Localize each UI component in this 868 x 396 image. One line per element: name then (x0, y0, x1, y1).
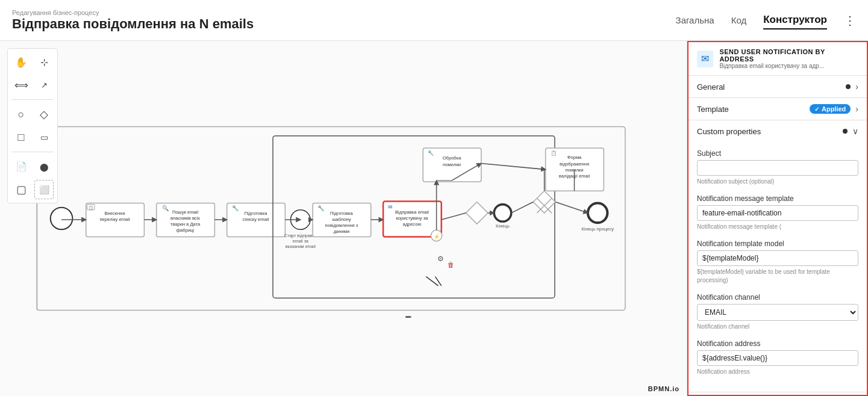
svg-text:✉: ✉ (388, 204, 393, 210)
header-left: Редагування бізнес-процесу Відправка пов… (12, 9, 254, 32)
svg-text:Відправка email: Відправка email (395, 209, 429, 215)
svg-text:Кінець процесу: Кінець процесу (581, 226, 614, 232)
message-template-label: Notification message template (697, 194, 858, 203)
svg-text:⚙: ⚙ (437, 255, 444, 263)
channel-desc: Notification channel (697, 323, 858, 331)
address-input[interactable] (697, 350, 858, 366)
template-model-field-group: Notification template model ${templateMo… (697, 240, 858, 285)
toolbar-divider-1 (11, 99, 54, 100)
svg-text:користувачу за: користувачу за (396, 215, 428, 221)
template-model-desc: ${templateModel} variable to be used for… (697, 268, 858, 285)
toolbar-row-5: 📄 ⬤ (11, 157, 54, 176)
message-template-field-group: Notification message template Notificati… (697, 194, 858, 231)
svg-text:власників всіх: власників всіх (170, 215, 200, 221)
diamond-tool[interactable]: ◇ (34, 105, 54, 124)
svg-text:переліку email: переліку email (99, 217, 130, 222)
channel-field-group: Notification channel EMAIL SMS PUSH Noti… (697, 293, 858, 331)
page-tool[interactable]: 📄 (11, 157, 31, 176)
right-panel: ✉ SEND USER NOTIFICATION BY ADDRESS Відп… (687, 41, 868, 396)
svg-text:Форма: Форма (567, 155, 582, 160)
address-field-group: Notification address Notification addres… (697, 339, 858, 376)
general-label: General (697, 82, 725, 91)
subject-desc: Notification subject (optional) (697, 178, 858, 186)
toolbar-row-3: ○ ◇ (11, 105, 54, 124)
hand-tool[interactable]: ✋ (11, 52, 31, 72)
bpmn-diagram[interactable]: Внесення переліку email 📋 Пошук email вл… (0, 41, 687, 396)
svg-text:Пошук email: Пошук email (172, 209, 199, 215)
rect2-tool[interactable]: ▭ (34, 128, 54, 147)
nav-code[interactable]: Код (731, 13, 747, 28)
svg-text:🗑: 🗑 (448, 261, 454, 268)
template-model-label: Notification template model (697, 240, 858, 248)
svg-text:шаблону: шаблону (332, 217, 351, 222)
nav-constructor[interactable]: Конструктор (763, 11, 827, 29)
custom-properties-dot (843, 129, 848, 134)
toolbar-row-6: ▢ ⬜ (11, 180, 54, 199)
dotted-tool[interactable]: ⬜ (34, 180, 54, 199)
bpmn-footer: BPMN.io (648, 385, 679, 392)
svg-text:Старт відправки: Старт відправки (284, 234, 316, 238)
svg-text:🔍: 🔍 (162, 205, 169, 212)
panel-title: SEND USER NOTIFICATION BY ADDRESS (719, 48, 858, 63)
cylinder-tool[interactable]: ⬤ (34, 157, 54, 176)
message-template-input[interactable] (697, 205, 858, 221)
connect-tool[interactable]: ↗ (34, 75, 54, 94)
select-tool[interactable]: ⊹ (34, 52, 54, 72)
panel-subtitle: Відправка email користувачу за адр... (719, 63, 858, 69)
svg-text:списку email: списку email (243, 217, 269, 222)
more-menu-button[interactable]: ⋮ (844, 13, 856, 28)
svg-text:⚡: ⚡ (434, 234, 440, 240)
template-section-header[interactable]: Template ✓ Applied › (688, 98, 867, 120)
toolbar-divider-2 (11, 152, 54, 152)
toolbar-row-1: ✋ ⊹ (11, 52, 54, 72)
general-section-right: › (846, 82, 858, 91)
panel-header: ✉ SEND USER NOTIFICATION BY ADDRESS Відп… (688, 42, 867, 76)
svg-text:🔧: 🔧 (428, 150, 434, 156)
svg-text:фабриці: фабриці (176, 227, 195, 233)
svg-point-37 (494, 205, 511, 221)
svg-line-67 (481, 163, 546, 169)
rect-tool[interactable]: □ (11, 128, 31, 147)
page-title: Відправка повідомлення на N emails (12, 16, 254, 32)
svg-point-2 (51, 208, 73, 230)
toolbar-row-2: ⟺ ↗ (11, 75, 54, 94)
general-dot (846, 84, 851, 89)
general-chevron: › (855, 82, 858, 91)
svg-text:даними: даними (334, 229, 350, 234)
channel-label: Notification channel (697, 293, 858, 302)
general-section: General › (688, 76, 867, 98)
template-section: Template ✓ Applied › (688, 98, 867, 120)
move-tool[interactable]: ⟺ (11, 75, 31, 94)
template-chevron: › (855, 104, 858, 114)
svg-marker-48 (533, 191, 555, 213)
applied-label: Applied (822, 105, 846, 113)
custom-properties-header[interactable]: Custom properties ∨ (688, 120, 867, 142)
applied-check-icon: ✓ (814, 106, 819, 113)
svg-text:тварин в Дата: тварин в Дата (170, 221, 201, 227)
general-section-header[interactable]: General › (688, 76, 867, 97)
svg-marker-36 (466, 202, 488, 224)
panel-header-icon: ✉ (697, 51, 713, 67)
custom-properties-label: Custom properties (697, 127, 761, 136)
custom-properties-body: Subject Notification subject (optional) … (688, 142, 867, 392)
svg-text:🔧: 🔧 (232, 205, 239, 212)
svg-text:🔧: 🔧 (317, 205, 325, 212)
panel-header-text: SEND USER NOTIFICATION BY ADDRESS Відпра… (719, 48, 858, 69)
circle-tool[interactable]: ○ (11, 105, 31, 124)
subject-field-group: Subject Notification subject (optional) (697, 149, 858, 186)
subject-label: Subject (697, 149, 858, 158)
header-nav: Загальна Код Конструктор ⋮ (676, 11, 856, 29)
general-section-left: General (697, 82, 725, 91)
svg-line-62 (511, 202, 534, 213)
custom-properties-chevron: ∨ (852, 126, 858, 136)
custom-properties-right: ∨ (843, 126, 858, 136)
svg-text:помилки: помилки (443, 162, 461, 167)
nav-general[interactable]: Загальна (676, 13, 714, 28)
message-template-desc: Notification message template ( (697, 223, 858, 231)
applied-badge: ✓ Applied (810, 104, 851, 114)
channel-select[interactable]: EMAIL SMS PUSH (697, 304, 858, 321)
subject-input[interactable] (697, 160, 858, 176)
svg-text:email за: email за (293, 239, 308, 244)
template-model-input[interactable] (697, 250, 858, 266)
rect3-tool[interactable]: ▢ (11, 180, 31, 199)
